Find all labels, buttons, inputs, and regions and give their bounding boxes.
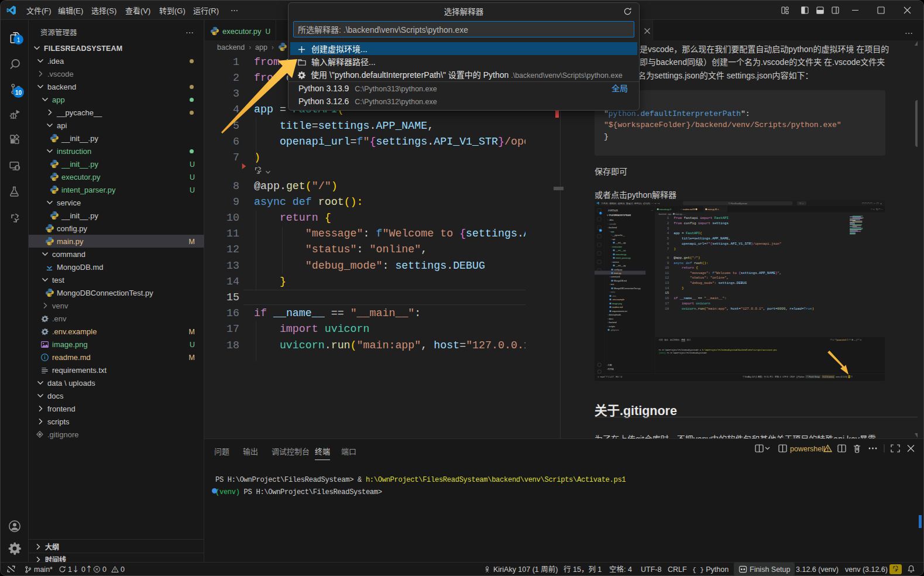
svg-text:powershell: powershell [790, 445, 825, 453]
